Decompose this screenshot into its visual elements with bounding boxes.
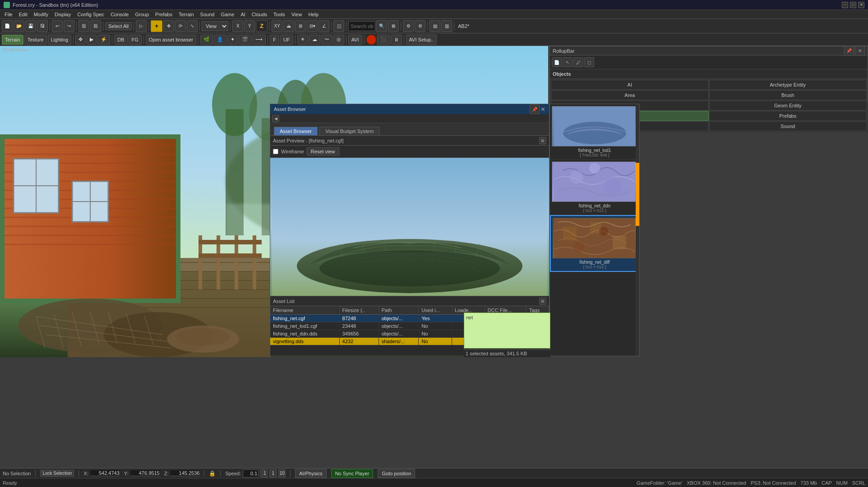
menu-help[interactable]: Help (305, 11, 321, 18)
open-asset-browser-btn[interactable]: Open asset browser (146, 35, 196, 45)
terrain-follow-btn[interactable]: ⛰ (283, 20, 294, 32)
save-btn[interactable]: 💾 (25, 20, 36, 32)
phys2-btn[interactable]: ⚙ (415, 20, 425, 32)
ai-physics-btn[interactable]: AI/Physics (295, 469, 326, 478)
grass-btn[interactable]: 🌿 (200, 35, 213, 45)
speed-10-btn[interactable]: 10 (278, 469, 286, 478)
rb-paint-btn[interactable]: 🖊 (573, 57, 583, 67)
ab-close-btn[interactable]: ✕ (540, 106, 545, 113)
link2-btn[interactable]: ⛓ (90, 20, 101, 32)
pause-btn[interactable]: ⏸ (391, 35, 402, 45)
y-input[interactable] (130, 470, 160, 476)
flow-btn[interactable]: ⟶ (252, 35, 266, 45)
menu-view[interactable]: View (289, 11, 305, 18)
menu-modify[interactable]: Modify (31, 11, 51, 18)
entity-btn[interactable]: 👤 (214, 35, 226, 45)
thumb-diff[interactable]: fishing_net_diff [ 512 × 512 ] (550, 215, 639, 272)
angle-snap-btn[interactable]: ∠ (319, 20, 329, 32)
obj-sound-btn[interactable]: Sound (709, 121, 867, 131)
rollupbar-pin-btn[interactable]: 📌 (844, 46, 854, 56)
avi-setup-btn[interactable]: AVI Setup.. (406, 35, 437, 45)
obj-archetype-entity-btn[interactable]: Archetype Entity (709, 80, 867, 90)
maximize-button[interactable]: □ (850, 2, 856, 8)
menu-sound[interactable]: Sound (198, 11, 217, 18)
particle-btn[interactable]: ✦ (227, 35, 238, 45)
obj-geom-entity-btn[interactable]: Geom Entity (709, 101, 867, 110)
rb-erase-btn[interactable]: ◻ (584, 57, 594, 67)
axis-z-btn[interactable]: Z (256, 20, 268, 32)
f-btn[interactable]: F (270, 35, 279, 45)
col-filename[interactable]: Filename (270, 306, 339, 315)
tab-asset-browser[interactable]: Asset Browser (274, 127, 318, 135)
asset-preview-viewport[interactable] (270, 158, 549, 296)
right-panel[interactable]: fishing_net_lod1 [ Tris/LOD: 836 ] fishi… (549, 104, 640, 356)
ref-coord-btn[interactable]: ◫ (333, 20, 344, 32)
no-sync-player-btn[interactable]: No Sync Player (331, 469, 374, 478)
rb-cursor-btn[interactable]: ↖ (563, 57, 573, 67)
record-btn[interactable] (366, 35, 376, 45)
window-controls[interactable]: − □ ✕ (842, 2, 864, 8)
uf-btn[interactable]: UF (280, 35, 293, 45)
undo-btn[interactable]: ↩ (52, 20, 63, 32)
speed-1-btn[interactable]: 1 (269, 469, 277, 478)
rb-new-btn[interactable]: 📄 (552, 57, 562, 67)
open-btn[interactable]: 📂 (14, 20, 24, 32)
al-pin-btn[interactable]: ⊞ (539, 298, 546, 305)
menu-tools[interactable]: Tools (271, 11, 288, 18)
obj-ai-btn[interactable]: AI (551, 80, 709, 90)
axis-y-btn[interactable]: Y (244, 20, 255, 32)
ab-back-btn[interactable]: ◀ (272, 115, 279, 122)
rotate-btn[interactable]: ⟳ (175, 20, 186, 32)
menu-console[interactable]: Console (108, 11, 131, 18)
lock-selection-btn[interactable]: Lock Selection (40, 470, 74, 477)
sun-btn[interactable]: ☀ (297, 35, 308, 45)
track-btn[interactable]: 🎬 (239, 35, 251, 45)
rollupbar-close-btn[interactable]: ✕ (855, 46, 865, 56)
move-btn[interactable]: ✥ (163, 20, 174, 32)
menu-prefabs[interactable]: Prefabs (152, 11, 175, 18)
water-btn[interactable]: 〜 (321, 35, 332, 45)
physobj-btn[interactable]: ⚙ (403, 20, 414, 32)
obj-brush-btn[interactable]: Brush (709, 90, 867, 100)
menu-configspec[interactable]: Config Spec (74, 11, 107, 18)
grid-btn[interactable]: ⊞ (295, 20, 306, 32)
tab-visual-budget[interactable]: Visual Budget System (319, 127, 379, 135)
menu-terrain[interactable]: Terrain (176, 11, 197, 18)
obj-btn[interactable]: ◎ (333, 35, 344, 45)
right-panel-scrollbar[interactable] (636, 104, 639, 356)
z-input[interactable] (170, 470, 199, 476)
reset-view-btn[interactable]: Reset view (307, 147, 339, 156)
select-all-button[interactable]: Select All (105, 22, 132, 30)
col-used[interactable]: Used i... (419, 306, 452, 315)
x-input[interactable] (90, 470, 120, 476)
goto-position-btn[interactable]: Goto position (378, 469, 415, 478)
minimize-button[interactable]: − (842, 2, 848, 8)
menu-display[interactable]: Display (52, 11, 74, 18)
anim2-btn[interactable]: ⚡ (97, 35, 110, 45)
move-gizmo-btn[interactable]: ✥ (75, 35, 86, 45)
layers-btn[interactable]: ▤ (429, 20, 440, 32)
close-button[interactable]: ✕ (858, 2, 864, 8)
stop-btn[interactable]: ⬛ (377, 35, 390, 45)
find2-btn[interactable]: ⊠ (388, 20, 399, 32)
obj-area-btn[interactable]: Area (551, 90, 709, 100)
ab-preview-pin-btn[interactable]: ⊞ (539, 137, 546, 144)
menu-clouds[interactable]: Clouds (249, 11, 270, 18)
menu-file[interactable]: File (2, 11, 15, 18)
scrollbar-handle[interactable] (636, 163, 639, 226)
col-filesize[interactable]: Filesize (.. (339, 306, 379, 315)
redo-btn[interactable]: ↪ (64, 20, 74, 32)
create-btn[interactable]: + (151, 20, 162, 32)
xy-btn[interactable]: XY (272, 20, 282, 32)
layers2-btn[interactable]: ▥ (441, 20, 452, 32)
terrain-btn[interactable]: Terrain (2, 35, 23, 45)
db-btn[interactable]: DB (114, 35, 127, 45)
col-path[interactable]: Path (379, 306, 419, 315)
menu-edit[interactable]: Edit (16, 11, 30, 18)
scale-btn[interactable]: ⤡ (187, 20, 198, 32)
avi-btn[interactable]: AVI (348, 35, 362, 45)
menu-ai[interactable]: AI (238, 11, 248, 18)
thumb-lod1[interactable]: fishing_net_lod1 [ Tris/LOD: 836 ] (550, 104, 639, 160)
grid2-btn[interactable]: ⊟▾ (307, 20, 318, 32)
axis-x-btn[interactable]: X (232, 20, 243, 32)
